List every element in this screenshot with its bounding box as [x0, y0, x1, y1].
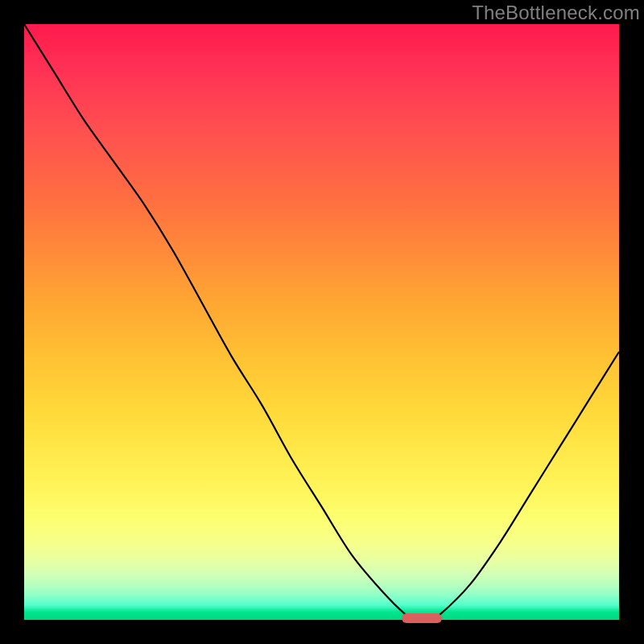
watermark-text: TheBottleneck.com: [472, 2, 640, 24]
bottleneck-curve: [24, 24, 619, 620]
chart-container: TheBottleneck.com: [0, 0, 644, 644]
plot-area: [24, 24, 619, 620]
optimal-marker: [402, 613, 442, 623]
